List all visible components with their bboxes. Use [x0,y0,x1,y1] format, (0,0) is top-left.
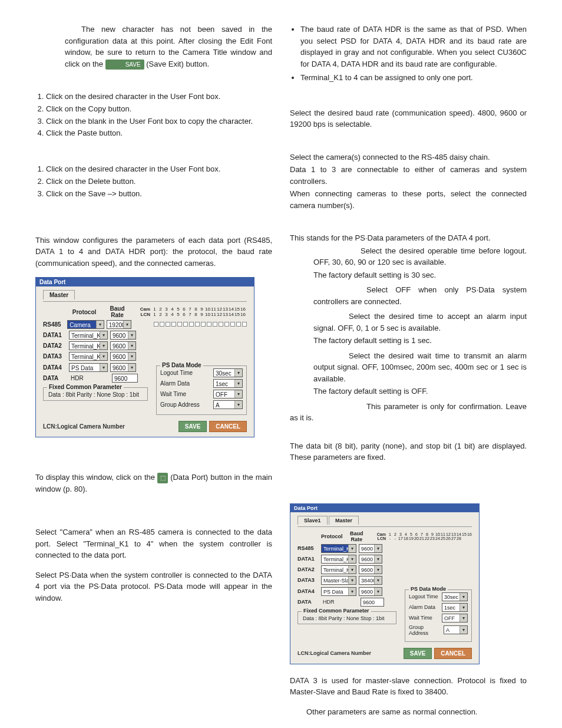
tab-master[interactable]: Master [329,516,359,525]
window-title: Data Port [36,278,254,286]
ms-note: DATA 3 is used for master-slave connecti… [290,675,527,698]
list-item: Click the Paste button. [46,127,272,140]
cancel-button[interactable]: CANCEL [434,648,472,659]
data-port-window-master: Data Port Master Protocol Baud Rate Cam … [35,277,254,437]
row-rs485: RS485 Camera 19200 [43,320,247,329]
window-title: Data Port [290,504,479,512]
ps-data-mode-box: PS Data Mode Logout Time30sec Alarm Data… [156,365,247,415]
baud-select[interactable]: 19200 [107,320,131,329]
list-item: The baud rate of DATA HDR is the same as… [300,24,527,70]
data-port-icon [157,473,168,483]
ms-note2: Other parameters are same as normal conn… [290,706,527,718]
list-item: Click on the blank in the User Font box … [46,116,272,128]
save-button[interactable]: SAVE [178,421,207,432]
list-item: Click on the Copy button. [46,103,272,116]
list-item: Click on the desired character in the Us… [46,91,272,103]
lcn-note: LCN:Logical Camera Number [43,423,125,430]
list-item: Click on the Delete button. [46,176,272,188]
tab-slave1[interactable]: Slave1 [297,516,328,525]
copy-steps: Click on the desired character in the Us… [35,91,272,140]
col-baud: Baud Rate [104,305,130,318]
cancel-button[interactable]: CANCEL [209,421,247,432]
fixed-para: The data bit (8 bit), parity (none), and… [290,440,527,463]
protocol-para2: Select PS·Data when the system controlle… [35,569,272,604]
proto-select[interactable]: Camera [67,320,104,329]
list-item: Click on the Save –> button. [46,188,272,200]
baud-para: Select the desired baud rate (communicat… [290,107,527,130]
delete-steps: Click on the desired character in the Us… [35,163,272,200]
col-protocol: Protocol [67,309,102,315]
note-bullets: The baud rate of DATA HDR is the same as… [290,24,527,84]
baud-input[interactable]: 9600 [112,374,138,383]
save-exit-inline-icon: SAVE [105,60,144,70]
list-item: Terminal_K1 to 4 can be assigned to only… [300,72,527,84]
protocol-para1: Select "Camera" when an RS-485 camera is… [35,526,272,561]
save-button[interactable]: SAVE [404,648,432,659]
data-port-window-slave: Data Port Slave1 Master Protocol Baud Ra… [290,503,480,664]
fixed-param-box: Fixed Common Parameter Data : 8bit Parit… [43,387,148,401]
list-item: Click on the desired character in the Us… [46,163,272,176]
display-note: To display this window, click on the (Da… [35,472,272,495]
cam-checkbox[interactable] [154,322,158,327]
tab-master[interactable]: Master [43,290,75,299]
intro-para: The new character has not been saved in … [35,24,272,70]
dp-desc: This window configures the parameters of… [35,235,272,269]
